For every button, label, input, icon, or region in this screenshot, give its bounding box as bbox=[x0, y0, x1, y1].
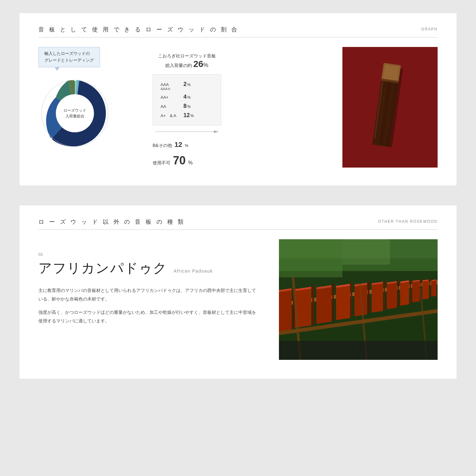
pie-container: ローズウッド 入荷量総合 bbox=[38, 77, 111, 150]
wood-image-svg bbox=[342, 47, 438, 168]
svg-rect-45 bbox=[410, 279, 411, 304]
marimba-image bbox=[279, 239, 438, 360]
svg-rect-36 bbox=[368, 281, 369, 313]
svg-rect-40 bbox=[387, 281, 397, 309]
section-graph-header: 音 板 と し て 使 用 で き る ロ ー ズ ウ ッ ド の 割 合 GR… bbox=[38, 26, 438, 37]
section-other: ロ ー ズ ウ ッ ド 以 外 の 音 板 の 種 類 OTHER THAN R… bbox=[19, 205, 457, 379]
pie-dot-bottom bbox=[50, 138, 52, 140]
section-other-title: ロ ー ズ ウ ッ ド 以 外 の 音 板 の 種 類 bbox=[38, 218, 185, 226]
svg-rect-52 bbox=[431, 279, 436, 296]
svg-rect-49 bbox=[422, 280, 429, 300]
other-text: 01 アフリカンパドゥク African Padoauk 主に教育用のマリンバの… bbox=[38, 239, 260, 325]
svg-rect-51 bbox=[429, 278, 430, 297]
grade-unusable-row: 使用不可 70 % bbox=[153, 151, 221, 170]
grade-row-2: AA 8 % bbox=[161, 102, 213, 111]
section-graph: 音 板 と し て 使 用 で き る ロ ー ズ ウ ッ ド の 割 合 GR… bbox=[19, 13, 457, 186]
grade-subtitle-prefix: こおろぎ社ローズウッド音板 bbox=[158, 53, 216, 58]
wood-image bbox=[342, 47, 438, 168]
svg-rect-39 bbox=[384, 280, 385, 310]
svg-rect-33 bbox=[351, 282, 352, 317]
grade-subtitle-pct: 26% bbox=[193, 59, 208, 69]
species-desc-1: 主に教育用のマリンバの音板材として用いられるアフリカンパドゥクは、アフリカの西中… bbox=[38, 286, 260, 303]
pie-chart bbox=[38, 77, 111, 150]
svg-marker-2 bbox=[214, 130, 219, 133]
grade-name-aplus: A+ & A bbox=[161, 113, 180, 119]
svg-rect-42 bbox=[398, 280, 399, 307]
pie-label-line2: グレードとトレーディング bbox=[44, 57, 94, 64]
pie-label-line1: 輸入したローズウッドの bbox=[44, 50, 94, 57]
graph-content: 輸入したローズウッドの グレードとトレーディング bbox=[38, 47, 438, 170]
grade-pct-aaa: 2 bbox=[183, 81, 187, 88]
species-name-jp: アフリカンパドゥク bbox=[38, 259, 167, 277]
grade-b-pct: 12 bbox=[175, 141, 182, 149]
section-other-label: OTHER THAN ROSEWOOD bbox=[378, 219, 438, 224]
pie-center-circle bbox=[56, 94, 94, 132]
svg-rect-31 bbox=[336, 284, 350, 320]
species-desc-2: 強度が高く、かつローズウッドほどの重量がないため、加工や乾燥が行いやすく、音板材… bbox=[38, 308, 260, 325]
grade-pct-aa: 8 bbox=[183, 103, 187, 109]
grade-middle-area: こおろぎ社ローズウッド音板 総入荷量の約 26% AAA AAA※ 2 bbox=[153, 47, 221, 170]
svg-rect-57 bbox=[279, 341, 438, 360]
svg-rect-27 bbox=[312, 285, 314, 324]
section-graph-title: 音 板 と し て 使 用 で き る ロ ー ズ ウ ッ ド の 割 合 bbox=[38, 26, 239, 33]
svg-rect-28 bbox=[316, 285, 332, 324]
svg-rect-11 bbox=[383, 65, 399, 81]
grade-pct-aaplus: 4 bbox=[183, 94, 187, 100]
grade-b-name: B&その他 bbox=[153, 143, 172, 149]
section-graph-label: GRAPH bbox=[421, 27, 438, 31]
svg-rect-30 bbox=[332, 284, 334, 321]
grade-name-aaplus: AA+ bbox=[161, 95, 180, 100]
other-content: 01 アフリカンパドゥク African Padoauk 主に教育用のマリンバの… bbox=[38, 239, 438, 360]
svg-rect-58 bbox=[279, 239, 438, 258]
grade-table: AAA AAA※ 2 % AA+ 4 % bbox=[153, 74, 221, 125]
grade-b-unit: % bbox=[185, 143, 188, 148]
pie-label-box: 輸入したローズウッドの グレードとトレーディング bbox=[38, 47, 100, 67]
grade-b-row: B&その他 12 % bbox=[153, 138, 221, 151]
pie-area: 輸入したローズウッドの グレードとトレーディング bbox=[38, 47, 140, 150]
grade-unit-aaa: % bbox=[187, 83, 191, 87]
grade-name-aa: AA bbox=[161, 104, 180, 109]
section-other-header: ロ ー ズ ウ ッ ド 以 外 の 音 板 の 種 類 OTHER THAN R… bbox=[38, 218, 438, 230]
svg-rect-43 bbox=[400, 280, 409, 306]
grade-name-aaa: AAA AAA※ bbox=[161, 82, 180, 91]
page-wrapper: 音 板 と し て 使 用 で き る ロ ー ズ ウ ッ ド の 割 合 GR… bbox=[0, 0, 476, 392]
grade-row-1: AA+ 4 % bbox=[161, 92, 213, 102]
unusable-name: 使用不可 bbox=[153, 160, 170, 166]
grade-subtitle-label: 総入荷量の約 bbox=[165, 63, 192, 68]
grade-arrow-container bbox=[153, 129, 221, 134]
marimba-svg bbox=[279, 239, 438, 360]
svg-rect-37 bbox=[372, 282, 383, 313]
unusable-unit: % bbox=[188, 160, 193, 166]
species-name-en: African Padoauk bbox=[174, 268, 213, 274]
pie-dot-top bbox=[74, 79, 76, 81]
species-number: 01 bbox=[38, 252, 260, 257]
svg-rect-22 bbox=[279, 288, 292, 332]
grade-arrow-svg bbox=[155, 129, 219, 134]
grade-subtitle: こおろぎ社ローズウッド音板 総入荷量の約 26% bbox=[153, 53, 221, 69]
grade-row-3: A+ & A 12 % bbox=[161, 111, 213, 120]
unusable-pct: 70 bbox=[173, 154, 186, 167]
grade-pct-aplus: 12 bbox=[183, 112, 190, 119]
grade-row-0: AAA AAA※ 2 % bbox=[161, 80, 213, 92]
svg-rect-46 bbox=[412, 280, 420, 302]
